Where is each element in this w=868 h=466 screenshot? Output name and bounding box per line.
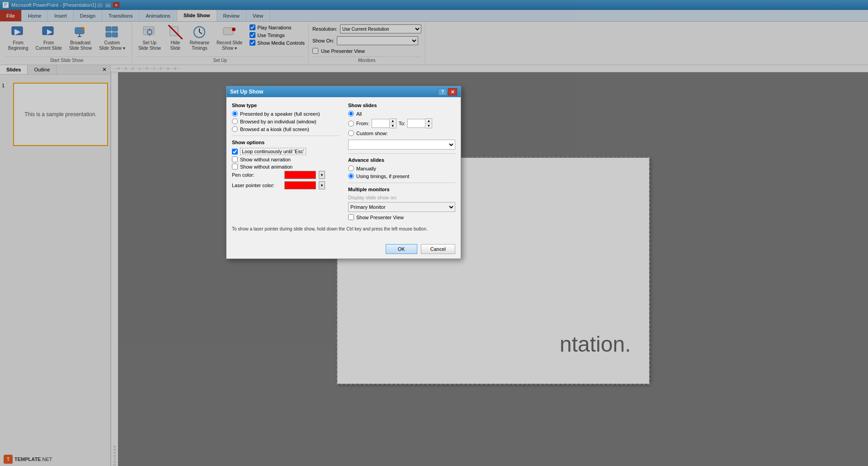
close-panel-button[interactable]: ✕ [99,65,110,74]
setup-show-dialog: Set Up Show ? ✕ Show type Presented by a… [226,86,461,259]
tab-transitions[interactable]: Transitions [102,10,139,21]
multiple-monitors-title: Multiple monitors [348,187,455,192]
dialog-footer: OK Cancel [226,241,461,259]
show-media-controls-label: Show Media Controls [257,40,305,46]
slides-tab[interactable]: Slides [0,65,28,74]
from-input[interactable] [372,119,390,128]
setup-checkboxes: Play Narrations Use Timings Show Media C… [250,24,305,47]
setup-buttons: Set UpSlide Show HideSlide RehearseTimin… [136,24,305,56]
resolution-label: Resolution: [312,26,337,32]
using-timings-radio-row: Using timings, if present [348,173,455,179]
all-slides-label: All [356,111,362,117]
dialog-left-col: Show type Presented by a speaker (full s… [232,103,339,221]
dialog-close-button[interactable]: ✕ [448,88,457,95]
tab-slideshow[interactable]: Slide Show [177,10,217,21]
custom-show-radio[interactable] [348,130,354,136]
outline-tab[interactable]: Outline [28,65,57,74]
start-slideshow-buttons: FromBeginning FromCurrent Slide Broadcas… [5,24,128,56]
individual-radio[interactable] [232,118,238,124]
display-monitor-select[interactable]: Primary Monitor [348,202,455,212]
manually-radio[interactable] [348,165,354,171]
restore-button[interactable]: ▭ [104,2,112,8]
use-timings-label: Use Timings [257,33,285,38]
kiosk-radio[interactable] [232,126,238,132]
manually-radio-row: Manually [348,165,455,171]
from-radio[interactable] [348,121,354,127]
presenter-view-row: Use Presenter View [312,48,421,54]
loop-label: Loop continuously until 'Esc' [240,148,306,155]
rehearse-button[interactable]: RehearseTimings [187,24,212,52]
ok-button[interactable]: OK [386,244,417,254]
all-slides-radio[interactable] [348,111,354,117]
svg-rect-2 [14,29,15,35]
tab-home[interactable]: Home [22,10,48,21]
laser-color-swatch[interactable] [284,181,316,189]
minimize-button[interactable]: ─ [96,2,104,8]
kiosk-radio-row: Browsed at a kiosk (full screen) [232,126,339,132]
from-spin-up[interactable]: ▲ [390,119,396,123]
show-slides-title: Show slides [348,103,455,108]
slide-thumbnail-1[interactable]: This is a sample presentation. [13,83,108,146]
show-media-controls-checkbox[interactable] [250,40,255,46]
tab-review[interactable]: Review [217,10,246,21]
custom-slideshow-button[interactable]: CustomSlide Show ▾ [96,24,128,52]
show-on-select[interactable] [337,36,418,45]
template-branding: T TEMPLATE.NET [4,455,52,464]
presenter-view-checkbox[interactable] [312,48,318,54]
use-timings-checkbox[interactable] [250,32,255,38]
tab-animations[interactable]: Animations [139,10,177,21]
custom-slideshow-label: CustomSlide Show ▾ [99,40,125,51]
hint-text: To show a laser pointer during slide sho… [232,226,455,232]
hide-slide-button[interactable]: HideSlide [165,24,185,52]
pen-color-swatch[interactable] [284,171,316,179]
play-narrations-checkbox[interactable] [250,24,255,30]
to-input[interactable] [407,119,425,128]
to-label: To: [399,121,406,126]
from-beginning-label: FromBeginning [8,40,28,51]
no-animation-row: Show without animation [232,164,339,169]
to-spin-up[interactable]: ▲ [425,119,432,123]
from-spin-down[interactable]: ▼ [390,123,396,128]
setup-slideshow-button[interactable]: Set UpSlide Show [136,24,164,52]
from-beginning-button[interactable]: FromBeginning [5,24,31,52]
dialog-title: Set Up Show [230,89,263,95]
dialog-two-columns: Show type Presented by a speaker (full s… [232,103,455,221]
no-animation-checkbox[interactable] [232,164,238,169]
laser-color-row: Laser pointer color: ▼ [232,181,339,189]
tab-view[interactable]: View [246,10,270,21]
setup-group-label: Set Up [136,56,305,63]
pen-color-label: Pen color: [232,172,282,178]
tab-file[interactable]: File [0,10,22,21]
show-options-title: Show options [232,140,339,145]
presenter-radio[interactable] [232,111,238,117]
cancel-button[interactable]: Cancel [421,244,455,254]
show-presenter-view-checkbox[interactable] [348,214,354,220]
loop-checkbox[interactable] [232,149,238,155]
pen-color-dropdown[interactable]: ▼ [319,171,325,179]
tab-design[interactable]: Design [74,10,102,21]
using-timings-radio[interactable] [348,173,354,179]
show-slides-section: Show slides All From: ▲ [348,103,455,150]
resolution-select[interactable]: Use Current Resolution [340,24,421,33]
to-spin-down[interactable]: ▼ [425,123,432,128]
laser-color-dropdown[interactable]: ▼ [319,181,325,189]
dialog-help-button[interactable]: ? [438,88,447,95]
to-spinbox: ▲ ▼ [407,118,432,128]
ribbon: File Home Insert Design Transitions Anim… [0,10,868,65]
individual-label: Browsed by an individual (window) [240,119,316,124]
horizontal-ruler: ·····4·····3·····2·····1·····0·····1····… [111,65,868,72]
loop-row: Loop continuously until 'Esc' [232,148,339,155]
show-presenter-view-label: Show Presenter View [356,215,404,220]
rehearse-label: RehearseTimings [190,40,209,51]
play-narrations-row: Play Narrations [250,24,305,31]
no-narration-checkbox[interactable] [232,156,238,162]
broadcast-button[interactable]: BroadcastSlide Show [66,24,94,52]
from-current-button[interactable]: FromCurrent Slide [33,24,64,52]
close-button[interactable]: ✕ [113,2,120,8]
tab-insert[interactable]: Insert [48,10,74,21]
template-text: TEMPLATE.NET [14,457,52,462]
presenter-radio-row: Presented by a speaker (full screen) [232,111,339,117]
record-show-button[interactable]: Record SlideShow ▾ [214,24,245,52]
advance-slides-title: Advance slides [348,157,455,163]
custom-show-select[interactable] [348,140,455,150]
